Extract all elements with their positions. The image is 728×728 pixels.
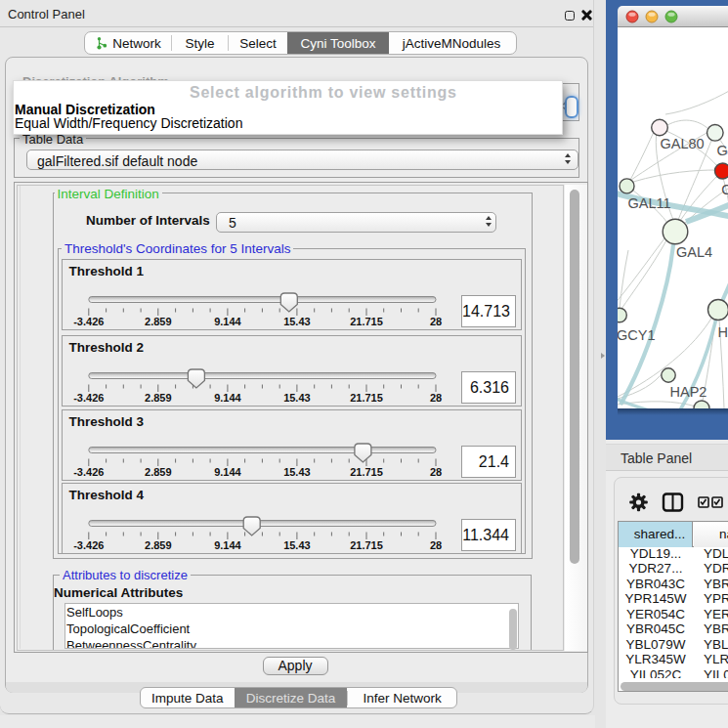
svg-text:-3.426: -3.426 — [73, 392, 104, 404]
svg-text:21.715: 21.715 — [350, 539, 383, 551]
svg-text:2.859: 2.859 — [145, 392, 172, 404]
svg-text:GCY1: GCY1 — [618, 327, 656, 343]
svg-text:-3.426: -3.426 — [73, 466, 104, 478]
svg-text:21.715: 21.715 — [350, 316, 383, 327]
svg-text:2.859: 2.859 — [145, 539, 172, 551]
svg-text:28: 28 — [429, 316, 441, 327]
svg-text:GAL80: GAL80 — [661, 136, 705, 151]
svg-text:-3.426: -3.426 — [73, 316, 104, 327]
svg-text:9.144: 9.144 — [214, 316, 241, 327]
svg-text:15.43: 15.43 — [283, 539, 311, 551]
svg-text:9.144: 9.144 — [214, 539, 241, 551]
svg-text:GAL11: GAL11 — [628, 195, 671, 211]
svg-text:15.43: 15.43 — [283, 466, 311, 478]
svg-text:15.43: 15.43 — [283, 392, 311, 404]
svg-text:G.: G. — [717, 143, 728, 158]
svg-text:28: 28 — [429, 539, 441, 551]
svg-text:28: 28 — [429, 392, 441, 404]
svg-text:28: 28 — [429, 466, 441, 478]
svg-text:-3.426: -3.426 — [73, 539, 104, 551]
svg-text:9.144: 9.144 — [214, 466, 241, 478]
svg-text:C: C — [721, 182, 728, 197]
svg-text:21.715: 21.715 — [350, 466, 383, 478]
svg-text:9.144: 9.144 — [214, 392, 241, 404]
svg-text:2.859: 2.859 — [145, 466, 172, 478]
svg-text:2.859: 2.859 — [145, 316, 172, 327]
svg-text:H: H — [718, 324, 728, 340]
svg-text:GAL4: GAL4 — [676, 244, 712, 260]
svg-text:21.715: 21.715 — [350, 392, 383, 404]
svg-text:HAP2: HAP2 — [670, 384, 707, 400]
svg-text:15.43: 15.43 — [283, 316, 311, 327]
